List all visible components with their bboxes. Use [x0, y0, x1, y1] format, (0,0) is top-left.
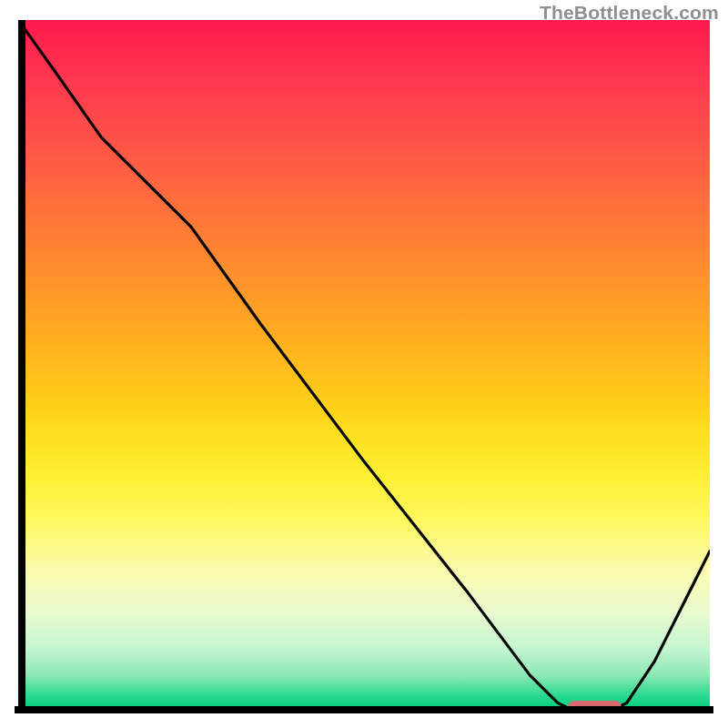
x-axis — [15, 706, 713, 713]
watermark-text: TheBottleneck.com — [540, 2, 719, 24]
plot-area — [18, 20, 710, 710]
chart-stage: TheBottleneck.com — [0, 0, 728, 728]
y-axis — [18, 20, 25, 713]
